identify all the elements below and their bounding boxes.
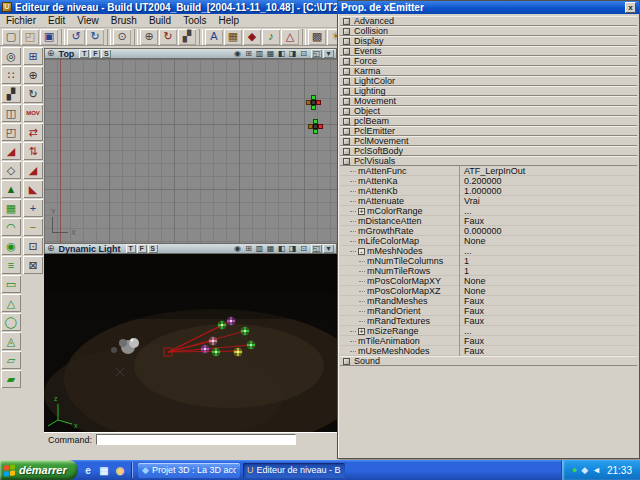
build-geometry-icon[interactable]: ▩	[308, 29, 326, 45]
property-row[interactable]: mRandOrient Faux	[340, 306, 637, 316]
scale-mode-icon[interactable]: ▞	[1, 85, 21, 103]
depth-view-icon[interactable]: ⊡	[298, 244, 309, 253]
undo-icon[interactable]: ↺	[67, 29, 85, 45]
property-value[interactable]: ...	[459, 326, 637, 336]
property-value[interactable]: ...	[459, 246, 637, 256]
menu-item[interactable]: Edit	[42, 15, 71, 26]
mode-button-s[interactable]: S	[101, 49, 111, 58]
emitter-gizmo[interactable]	[306, 95, 321, 110]
property-value[interactable]: Vrai	[459, 196, 637, 206]
brush-clip-icon[interactable]: ◢	[1, 142, 21, 160]
texture-rotate-icon[interactable]: ◰	[1, 123, 21, 141]
camera-mode-icon[interactable]: ◎	[1, 47, 21, 65]
scale-icon[interactable]: ▞	[178, 29, 196, 45]
property-row[interactable]: mAttenKb 1.000000	[340, 186, 637, 196]
texture-browser-icon[interactable]: ▦	[224, 29, 242, 45]
menu-item[interactable]: Tools	[177, 15, 212, 26]
menu-item[interactable]: Help	[212, 15, 245, 26]
cube-brush-icon[interactable]: ▦	[1, 199, 21, 217]
property-category-row[interactable]: PclMovement	[340, 136, 637, 146]
translate-icon[interactable]: ⊕	[140, 29, 158, 45]
realtime-preview-icon[interactable]: ◉	[232, 49, 243, 58]
property-category-row[interactable]: Lighting	[340, 86, 637, 96]
mode-button-t[interactable]: T	[126, 244, 136, 253]
ie-icon[interactable]: e	[81, 463, 95, 477]
sheet-brush-icon[interactable]: ▱	[1, 351, 21, 369]
group-browser-icon[interactable]: △	[281, 29, 299, 45]
media-player-icon[interactable]: ◉	[113, 463, 127, 477]
property-value[interactable]: Faux	[459, 296, 637, 306]
property-category-row[interactable]: Karma	[340, 66, 637, 76]
zones-view-icon[interactable]: ▥	[254, 244, 265, 253]
toolbar-separator[interactable]	[134, 29, 138, 45]
property-category-row[interactable]: Force	[340, 56, 637, 66]
new-map-icon[interactable]: ▢	[2, 29, 20, 45]
actor-browser-icon[interactable]: A	[205, 29, 223, 45]
wireframe-view-icon[interactable]: ⊞	[243, 49, 254, 58]
property-row[interactable]: - mMeshNodes ...	[340, 246, 637, 256]
show-desktop-icon[interactable]: ▦	[97, 463, 111, 477]
open-map-icon[interactable]: ◰	[21, 29, 39, 45]
brush-add-icon[interactable]: +	[23, 199, 43, 217]
textured-view-icon[interactable]: ▦	[265, 244, 276, 253]
property-category-row[interactable]: pclBeam	[340, 116, 637, 126]
brush-intersect-icon[interactable]: ⊡	[23, 237, 43, 255]
terrain-brush-icon[interactable]: ▰	[1, 370, 21, 388]
property-value[interactable]: 0.200000	[459, 176, 637, 186]
property-value[interactable]: Faux	[459, 346, 637, 356]
property-row[interactable]: mRandTextures Faux	[340, 316, 637, 326]
property-category-row[interactable]: PclSoftBody	[340, 146, 637, 156]
mesh-browser-icon[interactable]: ◆	[243, 29, 261, 45]
menu-item[interactable]: Brush	[105, 15, 143, 26]
vertex-edit-icon[interactable]: ∷	[1, 66, 21, 84]
add-special-icon[interactable]: ⊞	[23, 47, 43, 65]
property-value[interactable]: None	[459, 236, 637, 246]
property-value[interactable]: Faux	[459, 316, 637, 326]
toolbar-separator[interactable]	[61, 29, 65, 45]
property-category-row[interactable]: Collision	[340, 26, 637, 36]
property-row[interactable]: mPosColorMapXY None	[340, 276, 637, 286]
property-row[interactable]: mUseMeshNodes Faux	[340, 346, 637, 356]
property-row[interactable]: + mSizeRange ...	[340, 326, 637, 336]
mirror-y-icon[interactable]: ⇅	[23, 142, 43, 160]
sphere-brush-icon[interactable]: ◯	[1, 313, 21, 331]
property-value[interactable]: Faux	[459, 336, 637, 346]
menu-item[interactable]: View	[71, 15, 105, 26]
property-category-row[interactable]: Object	[340, 106, 637, 116]
menu-item[interactable]: Fichier	[0, 15, 42, 26]
polygon-draw-icon[interactable]: ◇	[1, 161, 21, 179]
volumetric-brush-icon[interactable]: ◬	[1, 332, 21, 350]
property-value[interactable]: None	[459, 286, 637, 296]
property-value[interactable]: Faux	[459, 306, 637, 316]
mov-tool-button[interactable]: MOV	[23, 104, 43, 122]
realtime-preview-icon[interactable]: ◉	[232, 244, 243, 253]
property-category-row[interactable]: Sound	[340, 356, 637, 366]
property-value[interactable]: ...	[459, 206, 637, 216]
clip-z-icon[interactable]: ◢	[23, 161, 43, 179]
viewport-maximize-icon[interactable]: ◱	[311, 244, 322, 253]
property-row[interactable]: mAttenKa 0.200000	[340, 176, 637, 186]
toolbar-separator[interactable]	[107, 29, 111, 45]
redo-icon[interactable]: ↻	[86, 29, 104, 45]
property-row[interactable]: mAttenFunc ATF_LerpInOut	[340, 166, 637, 176]
rotate-actor-icon[interactable]: ↻	[23, 85, 43, 103]
property-category-row[interactable]: PclVisuals	[340, 156, 637, 166]
expander-icon[interactable]: +	[358, 328, 365, 335]
property-row[interactable]: mTileAnimation Faux	[340, 336, 637, 346]
save-map-icon[interactable]: ▣	[40, 29, 58, 45]
command-input[interactable]	[96, 434, 296, 445]
property-row[interactable]: mRandMeshes Faux	[340, 296, 637, 306]
mode-button-t[interactable]: T	[79, 49, 89, 58]
property-row[interactable]: mLifeColorMap None	[340, 236, 637, 246]
property-value[interactable]: 0.000000	[459, 226, 637, 236]
property-row[interactable]: mAttenuate Vrai	[340, 196, 637, 206]
lit-view-icon[interactable]: ◨	[287, 244, 298, 253]
property-category-row[interactable]: Advanced	[340, 16, 637, 26]
viewport-menu-icon[interactable]: ▾	[323, 49, 334, 58]
brush-subtract-icon[interactable]: −	[23, 218, 43, 236]
toolbar-separator[interactable]	[199, 29, 203, 45]
menu-item[interactable]: Build	[143, 15, 177, 26]
dynamic-viewport-canvas[interactable]: z x	[44, 254, 337, 432]
property-row[interactable]: + mColorRange ...	[340, 206, 637, 216]
cylinder-brush-icon[interactable]: ▭	[1, 275, 21, 293]
